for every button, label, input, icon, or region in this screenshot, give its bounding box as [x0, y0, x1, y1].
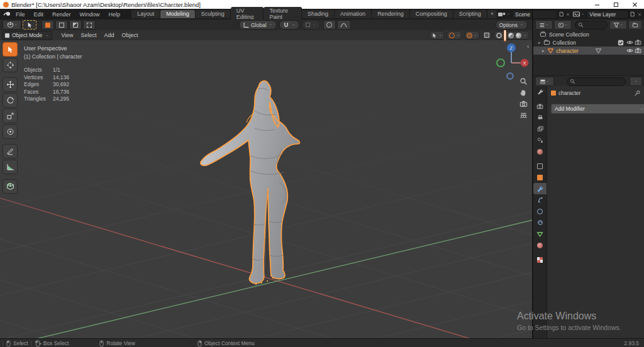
properties-editor-type-button[interactable]	[535, 77, 554, 86]
pan-view-hand-icon[interactable]	[518, 87, 529, 98]
workspace-tab-rendering[interactable]: Rendering	[372, 10, 410, 18]
editor-type-button[interactable]	[3, 20, 21, 30]
menu-edit[interactable]: Edit	[30, 11, 48, 18]
zoom-view-icon[interactable]	[518, 75, 529, 87]
tab-scene[interactable]	[533, 135, 547, 146]
camera-view-icon[interactable]	[518, 98, 529, 109]
menu-window[interactable]: Window	[75, 11, 104, 18]
workspace-tab-scripting[interactable]: Scripting	[453, 10, 487, 18]
outliner-filter-dropdown[interactable]	[609, 20, 627, 30]
workspace-tab-animation[interactable]: Animation	[335, 10, 372, 18]
snap-target-dropdown[interactable]	[302, 20, 320, 30]
maximize-button[interactable]	[606, 0, 625, 9]
tab-output[interactable]	[533, 112, 547, 123]
new-view-layer-icon[interactable]	[630, 11, 635, 18]
tool-cursor[interactable]	[3, 58, 18, 72]
scene-datablock-icon[interactable]	[497, 11, 506, 18]
overlays-toggle-dropdown[interactable]	[464, 31, 480, 40]
outliner-display-mode-dropdown[interactable]	[535, 20, 553, 30]
menu-render[interactable]: Render	[48, 11, 75, 18]
outliner-row-scene-collection[interactable]: Scene Collection	[533, 30, 644, 38]
properties-search-input[interactable]	[567, 77, 626, 86]
select-mode-extend-icon[interactable]	[55, 20, 68, 30]
pin-icon[interactable]	[634, 90, 641, 97]
tab-modifiers[interactable]	[533, 183, 547, 194]
properties-filter-dropdown[interactable]	[630, 77, 642, 86]
tab-material[interactable]	[533, 240, 547, 251]
unlink-scene-icon[interactable]	[565, 11, 570, 18]
add-modifier-button[interactable]: Add Modifier	[551, 104, 644, 114]
select-mode-invert-icon[interactable]	[83, 20, 96, 30]
chevron-down-icon[interactable]	[580, 13, 585, 16]
outliner-row-collection[interactable]: ▸ Collection	[533, 38, 644, 47]
add-workspace-button[interactable]: +	[487, 10, 497, 18]
viewport-menu-add[interactable]: Add	[101, 32, 118, 38]
tool-move[interactable]	[3, 77, 18, 92]
character-model[interactable]	[187, 70, 313, 290]
tab-object-properties[interactable]	[533, 160, 547, 172]
proportional-falloff-icon[interactable]	[337, 20, 351, 30]
exclude-checkbox-icon[interactable]	[618, 40, 624, 46]
shading-wireframe-icon[interactable]	[496, 33, 502, 38]
workspace-tab-layout[interactable]: Layout	[131, 10, 160, 18]
tab-constraints[interactable]	[533, 217, 547, 228]
transform-orientation-dropdown[interactable]: Global	[239, 20, 277, 30]
viewport-3d[interactable]: Object Mode View Select Add Object	[0, 30, 533, 338]
hide-eye-icon[interactable]	[626, 47, 633, 54]
workspace-tab-shading[interactable]: Shading	[302, 10, 335, 18]
tab-texture[interactable]	[533, 254, 547, 265]
expander-icon[interactable]: ▸	[538, 40, 541, 45]
tool-select-box[interactable]	[3, 42, 18, 57]
close-button[interactable]	[625, 0, 644, 9]
view-layer-name-field[interactable]: View Layer	[586, 10, 628, 19]
menu-help[interactable]: Help	[104, 11, 125, 18]
tab-tool[interactable]	[533, 86, 547, 97]
tab-physics[interactable]	[533, 206, 547, 217]
view-layer-icon[interactable]	[572, 11, 580, 18]
tab-view-layer[interactable]	[533, 123, 547, 135]
new-scene-icon[interactable]	[558, 11, 564, 18]
proportional-editing-icon[interactable]	[323, 20, 336, 30]
object-type-visibility-dropdown[interactable]	[429, 31, 445, 40]
viewport-menu-view[interactable]: View	[57, 32, 77, 38]
tool-scale[interactable]	[3, 109, 18, 123]
tab-object-data[interactable]	[533, 228, 547, 240]
workspace-tab-modeling[interactable]: Modeling	[160, 10, 196, 18]
shading-material-icon[interactable]	[508, 33, 514, 38]
scene-name-field[interactable]: Scene	[512, 10, 557, 19]
xray-toggle[interactable]	[482, 31, 492, 40]
tab-world[interactable]	[533, 146, 547, 157]
disable-render-camera-icon[interactable]	[635, 39, 641, 46]
select-mode-new-icon[interactable]	[42, 20, 54, 30]
select-mode-subtract-icon[interactable]	[69, 20, 82, 30]
tool-add-cube[interactable]	[3, 179, 18, 194]
disable-render-camera-icon[interactable]	[635, 47, 641, 54]
perspective-toggle-icon[interactable]	[518, 109, 529, 121]
chevron-down-icon[interactable]	[506, 13, 511, 16]
viewport-menu-select[interactable]: Select	[77, 32, 101, 38]
workspace-tab-sculpting[interactable]: Sculpting	[196, 10, 231, 18]
menu-file[interactable]: File	[11, 11, 30, 18]
active-tool-box-select-icon[interactable]	[23, 20, 36, 30]
minimize-button[interactable]	[587, 0, 606, 9]
tab-render[interactable]	[533, 101, 547, 112]
options-dropdown[interactable]: Options	[496, 20, 528, 30]
tab-particles[interactable]	[533, 194, 547, 206]
tab-object[interactable]	[533, 172, 547, 183]
outliner-row-character[interactable]: ▸ character	[533, 47, 644, 55]
sidebar-toggle-icon[interactable]: ‹	[527, 43, 529, 50]
gizmos-toggle-dropdown[interactable]	[447, 31, 462, 40]
viewport-menu-object[interactable]: Object	[118, 32, 142, 38]
panel-divider[interactable]	[532, 9, 533, 338]
new-collection-icon[interactable]	[628, 20, 642, 30]
tool-rotate[interactable]	[3, 93, 18, 107]
remove-view-layer-icon[interactable]	[637, 11, 642, 18]
outliner-search-input[interactable]	[575, 21, 608, 30]
tool-transform[interactable]	[3, 124, 18, 139]
expander-icon[interactable]: ▸	[542, 48, 545, 53]
snap-dropdown[interactable]	[279, 20, 299, 30]
shading-rendered-icon[interactable]	[516, 33, 521, 38]
blender-menu-icon[interactable]	[3, 11, 11, 18]
tool-measure[interactable]	[3, 160, 18, 174]
workspace-tab-compositing[interactable]: Compositing	[410, 10, 453, 18]
